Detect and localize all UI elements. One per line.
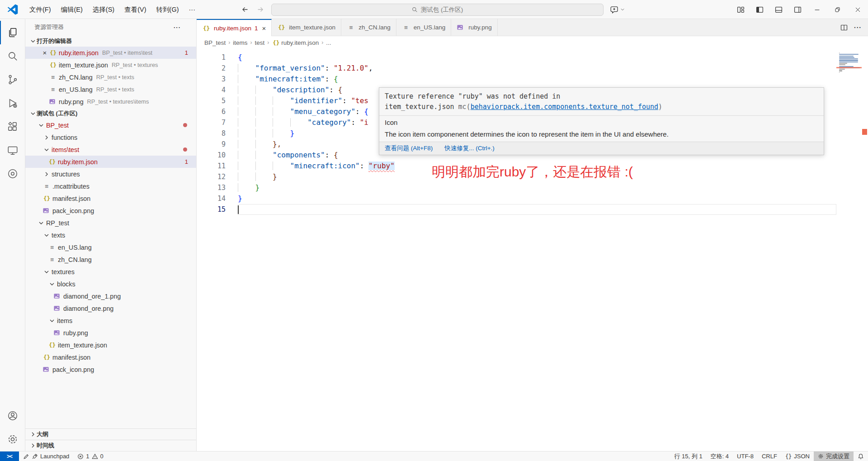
menu-item-0[interactable]: 文件(F) — [24, 0, 56, 19]
tree-folder[interactable]: structures — [25, 168, 196, 180]
search-icon[interactable] — [0, 44, 25, 68]
open-editor-item[interactable]: ≡en_US.langRP_test • texts — [25, 83, 196, 95]
code-line[interactable]: 15 — [197, 204, 868, 215]
breadcrumb-item[interactable]: items — [233, 39, 247, 46]
source-control-icon[interactable] — [0, 68, 25, 91]
forward-arrow-icon[interactable] — [254, 4, 267, 15]
open-editors-header[interactable]: 打开的编辑器 — [25, 35, 196, 47]
account-icon[interactable] — [0, 404, 25, 428]
error-code-link[interactable]: behaviorpack.item.components.texture_not… — [471, 103, 658, 111]
status-launchpad[interactable]: Launchpad — [19, 451, 73, 461]
breadcrumb-item[interactable]: ... — [326, 39, 331, 46]
tree-file[interactable]: pack_icon.png — [25, 363, 196, 375]
line-number[interactable]: 9 — [197, 139, 238, 150]
tree-folder[interactable]: texts — [25, 229, 196, 241]
minimize-button[interactable] — [807, 0, 827, 19]
tree-folder[interactable]: BP_test — [25, 119, 196, 131]
toggle-primary-sidebar-icon[interactable] — [750, 0, 769, 19]
tab-ruby.png[interactable]: ruby.png — [451, 19, 498, 36]
open-editor-item[interactable]: ≡zh_CN.langRP_test • texts — [25, 71, 196, 83]
tree-file[interactable]: {}manifest.json — [25, 192, 196, 204]
code-line[interactable]: 2 "format_version": "1.21.0", — [197, 63, 868, 74]
breadcrumb-item[interactable]: BP_test — [204, 39, 226, 46]
extensions-icon[interactable] — [0, 115, 25, 138]
status-problems[interactable]: 1 0 — [73, 451, 107, 461]
line-number[interactable]: 12 — [197, 171, 238, 182]
tab-ruby.item.json[interactable]: {}ruby.item.json1× — [197, 19, 272, 36]
tree-file[interactable]: ≡en_US.lang — [25, 241, 196, 253]
line-number[interactable]: 13 — [197, 182, 238, 193]
tree-file[interactable]: pack_icon.png — [25, 204, 196, 217]
explorer-icon[interactable] — [0, 21, 25, 44]
tree-folder[interactable]: textures — [25, 266, 196, 278]
tree-folder[interactable]: RP_test — [25, 217, 196, 229]
minimap[interactable] — [839, 52, 861, 75]
line-number[interactable]: 10 — [197, 150, 238, 161]
tree-file[interactable]: diamond_ore.png — [25, 302, 196, 314]
tab-zh_CN.lang[interactable]: ≡zh_CN.lang — [341, 19, 396, 36]
line-number[interactable]: 11 — [197, 161, 238, 171]
tree-folder[interactable]: items\test — [25, 143, 196, 156]
menu-item-1[interactable]: 编辑(E) — [56, 0, 88, 19]
breadcrumb-item[interactable]: test — [255, 39, 265, 46]
tree-file[interactable]: ruby.png — [25, 327, 196, 339]
status-encoding[interactable]: UTF-8 — [733, 451, 758, 461]
tree-file[interactable]: {}ruby.item.json1 — [25, 156, 196, 168]
line-number[interactable]: 8 — [197, 128, 238, 139]
workspace-header[interactable]: 测试包 (工作区) — [25, 108, 196, 119]
split-editor-icon[interactable] — [840, 24, 848, 31]
tree-file[interactable]: {}item_texture.json — [25, 339, 196, 351]
disc-icon[interactable] — [0, 162, 25, 185]
back-arrow-icon[interactable] — [239, 4, 251, 15]
breadcrumb-item[interactable]: {}ruby.item.json — [272, 39, 319, 46]
restore-button[interactable] — [827, 0, 848, 19]
line-number[interactable]: 2 — [197, 63, 238, 74]
menu-item-4[interactable]: 转到(G) — [151, 0, 184, 19]
status-indentation[interactable]: 空格: 4 — [707, 451, 733, 461]
tree-file[interactable]: ≡.mcattributes — [25, 180, 196, 192]
status-language-mode[interactable]: {}JSON — [781, 451, 814, 461]
quick-fix-action[interactable]: 快速修复... (Ctrl+.) — [444, 144, 495, 152]
tree-folder[interactable]: functions — [25, 131, 196, 143]
close-window-button[interactable] — [848, 0, 868, 19]
editor-more-actions-icon[interactable]: ··· — [854, 24, 862, 31]
line-number[interactable]: 15 — [197, 204, 238, 215]
menu-item-3[interactable]: 查看(V) — [119, 0, 151, 19]
close-icon[interactable]: × — [41, 49, 49, 57]
copilot-button[interactable] — [610, 4, 625, 15]
code-area[interactable]: 1{2 "format_version": "1.21.0",3 "minecr… — [197, 49, 868, 451]
tab-en_US.lang[interactable]: ≡en_US.lang — [396, 19, 452, 36]
open-editor-item[interactable]: {}item_texture.jsonRP_test • textures — [25, 59, 196, 71]
tree-folder[interactable]: blocks — [25, 278, 196, 290]
customize-layout-icon[interactable] — [731, 0, 750, 19]
sidebar-more-actions-icon[interactable]: ··· — [174, 24, 181, 31]
line-number[interactable]: 14 — [197, 193, 238, 204]
code-line[interactable]: 14} — [197, 193, 868, 204]
code-line[interactable]: 3 "minecraft:item": { — [197, 74, 868, 85]
toggle-panel-icon[interactable] — [769, 0, 788, 19]
line-number[interactable]: 3 — [197, 74, 238, 85]
code-line[interactable]: 13 } — [197, 182, 868, 193]
open-editor-item[interactable]: ×{}ruby.item.jsonBP_test • items\test1 — [25, 47, 196, 59]
remote-explorer-icon[interactable] — [0, 138, 25, 162]
timeline-section[interactable]: 时间线 — [25, 440, 196, 451]
settings-icon[interactable] — [0, 428, 25, 451]
remote-indicator[interactable]: >< — [0, 451, 19, 461]
status-setup[interactable]: 完成设置 — [814, 451, 854, 461]
menu-item-2[interactable]: 选择(S) — [88, 0, 119, 19]
run-debug-icon[interactable] — [0, 91, 25, 115]
tree-file[interactable]: {}manifest.json — [25, 351, 196, 363]
line-number[interactable]: 6 — [197, 106, 238, 117]
line-number[interactable]: 7 — [197, 117, 238, 128]
status-eol[interactable]: CRLF — [758, 451, 781, 461]
command-center-search[interactable]: 测试包 (工作区) — [271, 4, 604, 16]
line-number[interactable]: 1 — [197, 52, 238, 63]
line-number[interactable]: 5 — [197, 95, 238, 106]
outline-section[interactable]: 大纲 — [25, 428, 196, 440]
close-icon[interactable]: × — [262, 24, 266, 32]
open-editor-item[interactable]: ruby.pngRP_test • textures\items — [25, 95, 196, 108]
tree-file[interactable]: diamond_ore_1.png — [25, 290, 196, 302]
tree-file[interactable]: ≡zh_CN.lang — [25, 253, 196, 266]
line-number[interactable]: 4 — [197, 85, 238, 95]
code-line[interactable]: 1{ — [197, 52, 868, 63]
